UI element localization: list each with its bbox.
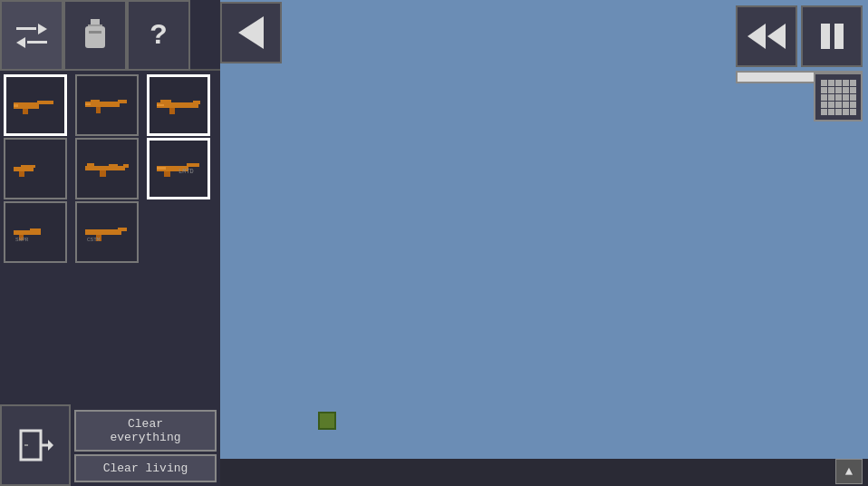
grid-toggle-button[interactable] bbox=[814, 73, 863, 122]
svg-rect-14 bbox=[193, 101, 200, 104]
smg-icon bbox=[83, 95, 130, 115]
svg-text:SNPR: SNPR bbox=[15, 237, 29, 242]
button-row bbox=[736, 5, 863, 67]
pause-button[interactable] bbox=[801, 5, 863, 67]
rewind-icon bbox=[747, 24, 786, 49]
svg-rect-1 bbox=[88, 24, 102, 26]
item-cell-7[interactable]: SNPR bbox=[4, 201, 67, 263]
bottle-icon bbox=[81, 17, 110, 53]
item-cell-8[interactable]: CSTM bbox=[75, 201, 139, 263]
arrow-right-icon bbox=[16, 24, 47, 34]
bottom-bar: ▲ bbox=[220, 459, 868, 486]
svg-rect-28 bbox=[164, 171, 170, 177]
item-cell-3[interactable] bbox=[147, 74, 210, 136]
svg-rect-2 bbox=[85, 26, 105, 48]
bottom-left-panel: Clear everything Clear living bbox=[0, 404, 220, 486]
svg-rect-9 bbox=[118, 100, 127, 103]
clear-living-button[interactable]: Clear living bbox=[74, 454, 217, 482]
rewind-button[interactable] bbox=[736, 5, 797, 67]
item-cell-1[interactable] bbox=[4, 74, 67, 136]
back-arrow-icon bbox=[238, 16, 264, 49]
item-cell-2[interactable] bbox=[75, 74, 139, 136]
grid-icon bbox=[821, 80, 856, 115]
svg-rect-12 bbox=[85, 103, 91, 105]
exit-button[interactable] bbox=[0, 404, 71, 486]
svg-rect-25 bbox=[109, 164, 118, 168]
toolbar: ? bbox=[0, 0, 220, 71]
indicator-icon: ▲ bbox=[835, 459, 863, 484]
machinegun-icon bbox=[83, 159, 130, 179]
transfer-icon bbox=[16, 24, 47, 48]
svg-rect-19 bbox=[21, 165, 35, 168]
pause-icon bbox=[821, 24, 844, 49]
svg-rect-22 bbox=[123, 164, 129, 168]
svg-rect-32 bbox=[30, 228, 41, 231]
back-button[interactable] bbox=[220, 2, 282, 63]
svg-rect-35 bbox=[85, 229, 121, 235]
help-button[interactable]: ? bbox=[127, 0, 190, 71]
weapon6-icon: LMTD bbox=[155, 159, 202, 179]
svg-text:CSTM: CSTM bbox=[87, 237, 101, 242]
svg-rect-6 bbox=[23, 109, 28, 114]
svg-text:LMTD: LMTD bbox=[178, 168, 194, 175]
svg-rect-16 bbox=[160, 100, 171, 104]
svg-rect-10 bbox=[96, 107, 101, 113]
green-block-object bbox=[318, 412, 336, 430]
pistol-icon bbox=[12, 95, 59, 115]
svg-rect-11 bbox=[91, 100, 100, 103]
arrow-left-icon bbox=[16, 37, 47, 48]
weapon7-icon: SNPR bbox=[12, 222, 59, 242]
svg-rect-5 bbox=[37, 101, 53, 104]
svg-rect-7 bbox=[14, 104, 18, 107]
svg-rect-23 bbox=[100, 170, 106, 177]
clear-menu: Clear everything Clear living bbox=[71, 404, 220, 486]
svg-rect-24 bbox=[87, 163, 94, 168]
exit-door-icon bbox=[15, 425, 55, 465]
question-mark-icon: ? bbox=[149, 19, 167, 53]
item-button[interactable] bbox=[63, 0, 127, 71]
rifle-icon bbox=[155, 95, 202, 115]
item-cell-4[interactable] bbox=[4, 138, 67, 199]
svg-rect-20 bbox=[19, 171, 24, 177]
svg-rect-27 bbox=[187, 163, 199, 167]
svg-rect-15 bbox=[169, 108, 175, 114]
weapon8-icon: CSTM bbox=[83, 222, 130, 242]
svg-rect-36 bbox=[118, 228, 127, 231]
item-cell-6[interactable]: LMTD bbox=[147, 138, 210, 199]
svg-marker-42 bbox=[48, 440, 53, 451]
clear-everything-button[interactable]: Clear everything bbox=[74, 410, 217, 452]
svg-rect-17 bbox=[157, 104, 164, 106]
svg-rect-0 bbox=[91, 19, 100, 24]
svg-rect-29 bbox=[157, 167, 166, 170]
transfer-button[interactable] bbox=[0, 0, 63, 71]
svg-rect-3 bbox=[89, 31, 101, 34]
shotgun-icon bbox=[12, 159, 59, 179]
item-cell-5[interactable] bbox=[75, 138, 139, 199]
